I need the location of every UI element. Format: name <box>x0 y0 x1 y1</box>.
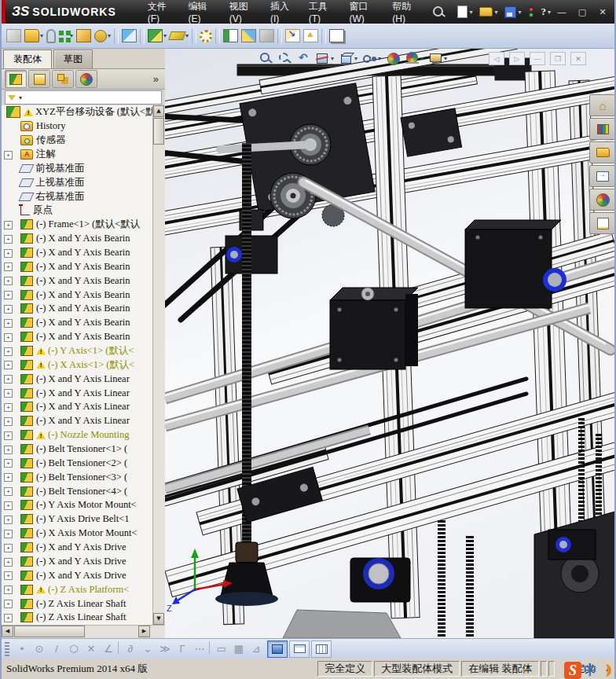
zoom-fit-icon[interactable] <box>258 50 274 66</box>
tab-assembly[interactable]: 装配体 <box>3 50 52 68</box>
expand-toggle[interactable]: + <box>4 151 13 160</box>
smart-fasteners-button[interactable] <box>75 27 93 46</box>
sketch-tool-button[interactable]: ⊙ <box>31 641 47 657</box>
tree-item[interactable]: + (-) X and Y Axis Bearin <box>2 316 153 330</box>
viewport-grid-button[interactable] <box>311 640 332 658</box>
view-palette-tab[interactable] <box>589 165 616 187</box>
previous-view-icon[interactable] <box>295 50 312 66</box>
tree-item[interactable]: 右视基准面 <box>2 189 153 204</box>
dropdown-arrow-icon[interactable]: ▾ <box>331 55 334 62</box>
filter-dropdown-icon[interactable]: ▾ <box>19 94 22 101</box>
tree-item[interactable]: + (-) X and Y Axis Bearin <box>2 330 153 344</box>
sketch-tool-button[interactable]: • <box>14 641 30 657</box>
zoom-area-icon[interactable] <box>277 50 293 66</box>
view-settings-icon[interactable]: ▾ <box>427 50 449 66</box>
appearances-tab[interactable] <box>75 70 97 88</box>
exploded-view-button[interactable] <box>240 27 258 46</box>
model-3d-printer-frame[interactable]: Z <box>165 49 616 638</box>
sketch-tool-button[interactable]: / <box>49 641 64 657</box>
restore-button[interactable]: ▢ <box>574 5 591 19</box>
mate-button[interactable] <box>45 27 57 46</box>
dropdown-arrow-icon[interactable]: ▾ <box>548 9 551 16</box>
edit-appearance-icon[interactable] <box>385 50 402 66</box>
tree-item[interactable]: + (-) X and Y Axis Drive <box>2 555 153 569</box>
tree-item[interactable]: + (-) Z Axis Linear Shaft <box>2 611 153 625</box>
large-assembly-settings-button[interactable] <box>302 27 320 46</box>
expand-toggle[interactable]: + <box>4 544 13 552</box>
scroll-left-button[interactable]: ◀ <box>2 626 13 637</box>
tree-horizontal-scrollbar[interactable]: ◀ ▶ <box>2 625 165 638</box>
tree-item[interactable]: + (-) X and Y Axis Bearin <box>2 259 153 273</box>
external-references-button[interactable] <box>284 27 302 46</box>
tree-item[interactable]: + (-) X and Y Axis Bearin <box>2 273 153 288</box>
dropdown-arrow-icon[interactable]: ▾ <box>469 9 472 16</box>
expand-toggle[interactable]: + <box>4 389 13 398</box>
tree-item[interactable]: + (-) Z Axis Linear Shaft <box>2 596 153 611</box>
dropdown-arrow-icon[interactable]: ▾ <box>494 9 497 16</box>
tree-item[interactable]: + (-) X and Y Axis Drive <box>2 568 153 582</box>
expand-toggle[interactable]: + <box>4 446 13 454</box>
tree-item[interactable]: + (-) Belt Tensioner<4> ( <box>2 484 153 498</box>
tree-item[interactable]: 传感器 <box>2 134 153 148</box>
resources-tab[interactable]: ⌂ <box>589 94 616 116</box>
sketch-tool-button[interactable]: ▭ <box>214 641 229 657</box>
dropdown-arrow-icon[interactable]: ▾ <box>378 55 381 62</box>
expand-toggle[interactable]: + <box>4 600 13 608</box>
pane-right-button[interactable]: ▷ <box>509 52 525 65</box>
apply-scene-icon[interactable]: ▾ <box>404 50 425 66</box>
assembly-features-button[interactable]: ▾ <box>146 27 168 46</box>
graphics-area[interactable]: Z <box>165 49 616 638</box>
new-assembly-button[interactable] <box>5 27 23 46</box>
motion-study-button[interactable] <box>198 27 214 46</box>
scroll-thumb[interactable] <box>153 118 164 145</box>
expand-toggle[interactable]: + <box>4 277 13 285</box>
tree-item[interactable]: + ! (-) Y Axis<1> (默认< <box>2 344 153 358</box>
shaded-view-button[interactable] <box>267 640 288 658</box>
expand-toggle[interactable]: + <box>4 473 13 482</box>
sketch-tool-button[interactable]: ⋯ <box>192 641 207 657</box>
sketch-tool-button[interactable]: ✕ <box>83 641 99 657</box>
sketch-tool-button[interactable]: ≫ <box>157 641 173 657</box>
dropdown-arrow-icon[interactable]: ▾ <box>108 32 111 39</box>
sketch-tool-button[interactable]: ∂ <box>123 641 138 657</box>
tree-item[interactable]: + (-) X and Y Axis Drive <box>2 541 153 555</box>
tree-item[interactable]: + (-) Y Axis Motor Mount< <box>2 498 153 512</box>
tree-item[interactable]: 上视基准面 <box>2 175 153 189</box>
expand-toggle[interactable]: + <box>4 516 13 524</box>
sketch-tool-button[interactable]: ▦ <box>231 641 247 657</box>
expand-toggle[interactable]: + <box>4 614 13 622</box>
tree-item[interactable]: + 注解 <box>2 148 153 162</box>
tree-item[interactable]: + (-) Belt Tensioner<1> ( <box>2 442 153 457</box>
scroll-right-button[interactable]: ▶ <box>138 626 150 637</box>
expand-toggle[interactable]: + <box>4 558 13 567</box>
tree-item[interactable]: + (-) X and Y Axis Bearin <box>2 232 153 246</box>
tree-item[interactable]: + (-) X Axis Motor Mount< <box>2 527 153 541</box>
new-document-button[interactable]: ▾ <box>455 4 475 20</box>
tree-item[interactable]: + (-) X and Y Axis Bearin <box>2 288 153 302</box>
tree-item[interactable]: + (-) Belt Tensioner<3> ( <box>2 470 153 484</box>
tree-item[interactable]: + ! (-) Z Axis Platform< <box>2 582 153 596</box>
toolbar-drag-handle[interactable] <box>5 642 9 656</box>
help-button[interactable]: ? ▾ <box>538 4 553 20</box>
dropdown-arrow-icon[interactable]: ▾ <box>163 32 167 39</box>
file-explorer-tab[interactable] <box>589 141 616 163</box>
tree-item[interactable]: 原点 <box>2 204 153 218</box>
tree-item[interactable]: History <box>2 119 153 134</box>
open-button[interactable]: ▾ <box>477 6 500 18</box>
sketch-tool-button[interactable]: ∠ <box>101 641 116 657</box>
doc-minimize-button[interactable]: — <box>530 52 545 65</box>
show-hidden-components-button[interactable] <box>120 27 138 46</box>
tree-item[interactable]: 前视基准面 <box>2 161 153 175</box>
sketch-tool-button[interactable] <box>209 641 212 654</box>
expand-toggle[interactable]: + <box>4 249 13 258</box>
display-style-icon[interactable]: ▾ <box>361 50 383 66</box>
tree-item[interactable]: + (-) Frame<1> (默认<默认 <box>2 218 153 232</box>
panel-expand-chevron[interactable]: » <box>153 73 159 85</box>
scroll-up-button[interactable]: ▲ <box>153 105 164 117</box>
tree-item[interactable]: + (-) Y Axis Drive Belt<1 <box>2 512 153 527</box>
expand-toggle[interactable]: + <box>4 361 13 369</box>
tab-sketch[interactable]: 草图 <box>53 50 93 68</box>
tree-vertical-scrollbar[interactable]: ▲ ▼ <box>152 105 165 625</box>
expand-toggle[interactable]: + <box>4 417 13 426</box>
expand-toggle[interactable]: + <box>4 305 13 314</box>
